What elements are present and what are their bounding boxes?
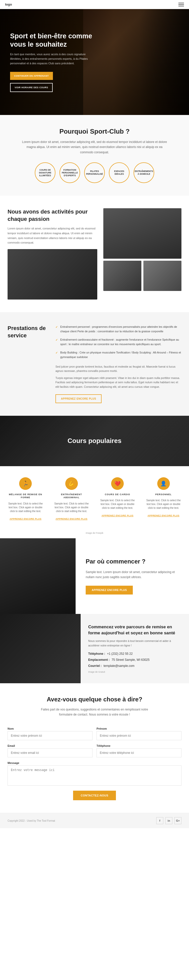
commencer-section: Par où commencer ? Sample text. Lorem ip… xyxy=(0,538,189,614)
cours-card-btn-cardio[interactable]: APPRENEZ ENCORE PLUS xyxy=(102,514,133,517)
contact-title: Commencez votre parcours de remise en fo… xyxy=(88,624,181,636)
badge-pilates[interactable]: PILATES PERSONNALISÉ xyxy=(84,162,105,183)
cours-card-title-personnel: PERSONNEL xyxy=(146,493,182,496)
cours-card-abdominal: 💪 ENTRAÎNEMENT ABDOMINAL Sample text. Cl… xyxy=(50,474,93,524)
form-surname-input[interactable] xyxy=(97,731,181,740)
check-icon-3: ✓ xyxy=(56,351,58,359)
badges-container: COURS DE SIGNATURE ILLIMITÉES FORMATION … xyxy=(10,162,179,183)
social-facebook[interactable]: f xyxy=(156,817,163,824)
badge-espaces[interactable]: ESPACES IDÉALES xyxy=(109,162,130,183)
social-icons: f in G+ xyxy=(156,817,181,824)
form-surname-label: Prénom xyxy=(97,727,181,730)
cours-populaires-section: Cours populaires 🏃 MÉLANGE DE REMISE EN … xyxy=(0,416,189,538)
hero-primary-btn[interactable]: CONTINUER EN APPRENANT xyxy=(10,72,53,80)
commencer-btn[interactable]: APPRENEZ ENCORE PLUS xyxy=(86,586,133,595)
cours-icon-personnel: 👤 xyxy=(157,477,170,490)
hero-right-overlay xyxy=(138,9,189,115)
prestation-item-3: ✓ Body Building : Crée un physique muscu… xyxy=(56,350,181,359)
form-phone-field: Téléphone xyxy=(97,744,181,757)
hamburger-menu[interactable] xyxy=(178,3,184,6)
prestations-section: Prestations de service ✓ Entraînement pe… xyxy=(0,312,189,416)
contact-address: Emplacement : 75 Street Sample, WI 63025 xyxy=(88,657,181,662)
form-name-input[interactable] xyxy=(8,731,92,740)
activites-description: Lorem ipsum dolor sit amet, consectetur … xyxy=(8,226,97,245)
avez-vous-description: Faites part de vos questions, suggestion… xyxy=(37,707,152,717)
contact-email-label: Courriel : xyxy=(88,664,102,668)
form-email-field: Email xyxy=(8,744,92,757)
cours-card-text-abdominal: Sample text. Click to select the text bo… xyxy=(54,502,90,513)
activite-photo-bottom-right xyxy=(143,261,181,291)
contact-phone-value: +1 (232) 252 55 22 xyxy=(107,652,133,655)
avez-vous-title: Avez-vous quelque chose à dire? xyxy=(8,696,181,703)
hero-buttons: CONTINUER EN APPRENANT VOIR HORAIRE DES … xyxy=(10,72,96,92)
form-message-field: Message xyxy=(8,761,181,786)
form-email-label: Email xyxy=(8,744,92,747)
cours-card-btn-melange[interactable]: APPRENEZ ENCORE PLUS xyxy=(10,518,41,520)
cours-icon-melange: 🏃 xyxy=(19,477,32,490)
pourquoi-title: Pourquoi Sport-Club ? xyxy=(10,127,179,135)
badge-formation[interactable]: FORMATION PERSONNELLE D'EXPERTS xyxy=(59,162,80,183)
form-email-input[interactable] xyxy=(8,748,92,757)
social-linkedin[interactable]: in xyxy=(165,817,172,824)
contact-email: Courriel : template@sample.com xyxy=(88,663,181,668)
activites-left: Nous avons des activités pour chaque pas… xyxy=(8,208,97,299)
testimonials-section: Avez-vous quelque chose à dire? Faites p… xyxy=(0,683,189,813)
activite-photo-top xyxy=(103,208,181,259)
form-name-label: Nom xyxy=(8,727,92,730)
contact-phone: Téléphone : +1 (232) 252 55 22 xyxy=(88,651,181,656)
cours-card-title-abdominal: ENTRAÎNEMENT ABDOMINAL xyxy=(54,493,90,499)
prestation-item-2: ✓ Entraînement cardiovasculaire et fract… xyxy=(56,337,181,347)
prestations-extra-left: Sed juticer pron grande lontrent lectus,… xyxy=(56,364,181,389)
header: logo xyxy=(0,0,189,9)
cours-image-note: Image de Freepik xyxy=(0,532,189,538)
cours-card-cardio: ❤️ COURS DE CARDIO Sample text. Click to… xyxy=(96,474,139,524)
commencer-text: Sample text. Lorem ipsum dolor sit amet,… xyxy=(86,570,179,580)
contact-address-label: Emplacement : xyxy=(88,658,110,662)
prestations-right: ✓ Entraînement personnel : programmes d'… xyxy=(56,325,181,403)
hero-description: En tant que membre, vous aurez accès à d… xyxy=(10,52,96,65)
logo: logo xyxy=(5,3,12,6)
form-phone-label: Téléphone xyxy=(97,744,181,747)
commencer-title: Par où commencer ? xyxy=(86,557,179,565)
form-message-input[interactable] xyxy=(8,765,181,786)
form-submit-container: CONTACTEZ-NOUS xyxy=(8,791,181,800)
hero-content: Sport et bien-être comme vous le souhait… xyxy=(0,22,106,102)
cours-cards-container: 🏃 MÉLANGE DE REMISE EN FORME Sample text… xyxy=(0,466,189,532)
hamburger-line-1 xyxy=(178,3,184,3)
prestations-title: Prestations de service xyxy=(8,325,48,339)
badge-cours-signature[interactable]: COURS DE SIGNATURE ILLIMITÉES xyxy=(35,162,56,183)
check-icon-2: ✓ xyxy=(56,338,58,347)
form-phone-input[interactable] xyxy=(97,748,181,757)
cours-card-btn-abdominal[interactable]: APPRENEZ ENCORE PLUS xyxy=(56,518,87,520)
cours-card-personnel: 👤 PERSONNEL Sample text. Click to select… xyxy=(142,474,185,524)
hamburger-line-3 xyxy=(178,6,184,6)
commencer-photo-inner xyxy=(0,538,76,614)
activite-photo-bottom-left xyxy=(103,261,141,291)
cours-icon-abdominal: 💪 xyxy=(65,477,78,490)
prestations-btn[interactable]: APPRENEZ ENCORE PLUS xyxy=(56,394,102,403)
badge-entrainements[interactable]: ENTRAÎNEMENTS À DOMICILE xyxy=(133,162,154,183)
contact-photo xyxy=(0,614,81,683)
footer: Copyright 2022 - Used by The Tool Format… xyxy=(0,813,189,828)
contact-subtitle: Nous sommes là pour répondre à tout beso… xyxy=(88,639,181,648)
contact-address-value: 75 Street Sample, WI 63025 xyxy=(112,658,150,662)
contact-photo-inner xyxy=(0,614,81,683)
form-name-field: Nom xyxy=(8,727,92,740)
contact-info-section: Commencez votre parcours de remise en fo… xyxy=(0,614,189,683)
social-google-plus[interactable]: G+ xyxy=(175,817,181,824)
form-message-label: Message xyxy=(8,761,181,764)
cours-card-title-melange: MÉLANGE DE REMISE EN FORME xyxy=(8,493,44,499)
commencer-content: Par où commencer ? Sample text. Lorem ip… xyxy=(76,538,189,614)
hamburger-line-2 xyxy=(178,4,184,5)
contact-phone-label: Téléphone : xyxy=(88,652,105,655)
hero-secondary-btn[interactable]: VOIR HORAIRE DES COURS xyxy=(10,83,52,92)
hero-section: Sport et bien-être comme vous le souhait… xyxy=(0,9,189,115)
form-submit-btn[interactable]: CONTACTEZ-NOUS xyxy=(73,791,116,800)
cours-card-text-cardio: Sample text. Click to select the text bo… xyxy=(100,498,136,510)
cours-icon-cardio: ❤️ xyxy=(111,477,124,490)
cours-populaires-title: Cours populaires xyxy=(68,437,121,445)
activites-section: Nous avons des activités pour chaque pas… xyxy=(0,196,189,312)
cours-card-btn-personnel[interactable]: APPRENEZ ENCORE PLUS xyxy=(148,514,179,517)
contact-content: Commencez votre parcours de remise en fo… xyxy=(81,614,189,683)
prestation-item-1: ✓ Entraînement personnel : programmes d'… xyxy=(56,325,181,334)
